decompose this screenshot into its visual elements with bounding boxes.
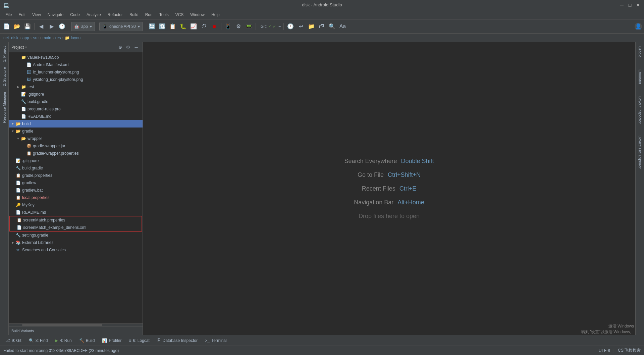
menu-build[interactable]: Build (127, 12, 141, 18)
tree-item-settings-gradle[interactable]: 🔧 settings.gradle (9, 232, 143, 239)
menu-analyze[interactable]: Analyze (84, 12, 104, 18)
settings-panel-button[interactable]: ⚙ (124, 44, 132, 51)
minimize-panel-button[interactable]: ─ (132, 44, 140, 51)
sync-button2[interactable]: 🔃 (158, 22, 167, 31)
tree-item-gradle-wrapper-props[interactable]: 📋 gradle-wrapper.properties (9, 150, 143, 157)
breadcrumb-app[interactable]: app (22, 36, 29, 40)
sidebar-item-resource-manager[interactable]: Resource Manager (1, 89, 7, 126)
bottom-tab-find[interactable]: 🔍 3: Find (25, 336, 51, 345)
new-file-button[interactable]: 📄 (2, 22, 11, 31)
back-button[interactable]: ◀ (37, 22, 46, 31)
git-push-icon[interactable]: ✓ (273, 24, 276, 29)
sidebar-tab-device-file-explorer[interactable]: Device File Explorer (637, 133, 643, 171)
bottom-tab-logcat[interactable]: ≡ 6: Logcat (125, 336, 153, 345)
sdk-button[interactable]: ⚙ (234, 22, 243, 31)
tree-item-external-libs[interactable]: ▶ 📚 External Libraries (9, 239, 143, 246)
tree-item-gitignore1[interactable]: 📝 .gitignore (9, 91, 143, 98)
stop-button[interactable]: ■ (210, 22, 219, 31)
forward-button[interactable]: ▶ (47, 22, 56, 31)
breadcrumb-layout[interactable]: 📁 layout (65, 36, 82, 40)
tree-item-build-gradle1[interactable]: 🔧 build.gradle (9, 98, 143, 105)
tree-item-gradle-wrapper-jar[interactable]: 📦 gradle-wrapper.jar (9, 142, 143, 150)
tree-item-scratches[interactable]: ✏ Scratches and Consoles (9, 246, 143, 254)
breadcrumb-net-disk[interactable]: net_disk (3, 36, 18, 40)
sync-button[interactable]: 🔄 (147, 22, 157, 31)
breadcrumb-layout-label[interactable]: layout (71, 36, 82, 40)
settings-button[interactable]: 👤 (635, 23, 642, 30)
logcat-btn[interactable]: 📟 (244, 22, 254, 31)
device-dropdown[interactable]: 📱 oneone API 30 ▾ (99, 22, 143, 31)
tree-item-build[interactable]: ▼ 📂 build (9, 120, 143, 128)
tree-item-values-sw[interactable]: 📁 values-sw1365dp (9, 54, 143, 61)
sidebar-tab-gradle[interactable]: Gradle (637, 44, 643, 60)
tasks-button[interactable]: 📋 (168, 22, 177, 31)
menu-help[interactable]: Help (209, 12, 222, 18)
menu-edit[interactable]: Edit (16, 12, 28, 18)
menu-refactor[interactable]: Refactor (105, 12, 125, 18)
git-more-icon[interactable]: ⋯ (277, 24, 281, 29)
debug-button[interactable]: 🐛 (178, 22, 188, 31)
app-dropdown[interactable]: 🤖 app ▾ (71, 22, 95, 31)
open-button[interactable]: 📂 (12, 22, 22, 31)
sidebar-item-project[interactable]: 1: Project (1, 44, 7, 64)
tree-item-gradle-properties[interactable]: 📋 gradle.properties (9, 172, 143, 179)
tree-item-proguard[interactable]: 📄 proguard-rules.pro (9, 105, 143, 113)
menu-window[interactable]: Window (187, 12, 207, 18)
coverage-button[interactable]: 📈 (189, 22, 198, 31)
tree-item-build-gradle2[interactable]: 🔧 build.gradle (9, 164, 143, 172)
tree-item-readme1[interactable]: 📄 README.md (9, 113, 143, 120)
menu-vcs[interactable]: VCS (173, 12, 186, 18)
bottom-tab-run[interactable]: ▶ 4: Run (52, 336, 75, 345)
undo-button[interactable]: ↩ (296, 22, 306, 31)
breadcrumb-src[interactable]: src (33, 36, 39, 40)
git-check-icon[interactable]: ✓ (268, 24, 271, 29)
tree-item-wrapper[interactable]: ▼ 📂 wrapper (9, 135, 143, 142)
locate-file-button[interactable]: ⊕ (116, 44, 124, 51)
maximize-button[interactable]: □ (627, 2, 633, 8)
avd-button[interactable]: 📱 (223, 22, 233, 31)
horizontal-scrollbar[interactable] (9, 323, 143, 326)
build-variants-tab[interactable]: Build Variants (9, 326, 143, 335)
project-window-button[interactable]: 🗗 (317, 22, 326, 31)
menu-navigate[interactable]: Navigate (45, 12, 66, 18)
tree-item-test[interactable]: ▶ 📁 test (9, 83, 143, 91)
search-everywhere-button[interactable]: 🔍 (327, 22, 337, 31)
save-all-button[interactable]: 💾 (23, 22, 32, 31)
minimize-button[interactable]: ─ (619, 2, 625, 8)
translate-button[interactable]: Aa (338, 22, 347, 31)
breadcrumb-main[interactable]: main (43, 36, 51, 40)
bottom-tab-profiler[interactable]: 📊 Profiler (99, 336, 125, 345)
sidebar-tab-layout-inspector[interactable]: Layout Inspector (637, 94, 643, 126)
history-button[interactable]: 🕐 (286, 22, 295, 31)
profile-button[interactable]: ⏱ (199, 22, 209, 31)
bottom-tab-git[interactable]: ⎇ 9: Git (2, 336, 25, 345)
project-panel-header: Project ▾ ⊕ ⚙ ─ (9, 42, 143, 52)
sidebar-tab-emulator[interactable]: Emulator (637, 67, 643, 87)
tree-item-screenmatch-props[interactable]: 📋 screenMatch.properties (10, 216, 142, 224)
tree-item-screenmatch-xml[interactable]: 📄 screenMatch_example_dimens.xml (10, 224, 142, 231)
breadcrumb-res[interactable]: res (55, 36, 61, 40)
sidebar-item-structure[interactable]: 2: Structure (1, 64, 7, 89)
tree-item-gradlew-bat[interactable]: 📄 gradlew.bat (9, 187, 143, 194)
tree-item-readme2[interactable]: 📄 README.md (9, 209, 143, 216)
bottom-tab-terminal[interactable]: >_ Terminal (202, 336, 230, 345)
menu-view[interactable]: View (30, 12, 44, 18)
tree-item-gitignore2[interactable]: 📝 .gitignore (9, 157, 143, 164)
menu-file[interactable]: File (3, 12, 14, 18)
file-tree[interactable]: 📁 values-sw1365dp 📄 AndroidManifest.xml … (9, 52, 143, 323)
close-button[interactable]: ✕ (635, 2, 641, 8)
tree-item-ic-launcher[interactable]: 🖼 ic_launcher-playstore.png (9, 68, 143, 76)
tree-item-mykey[interactable]: 🔑 MyKey (9, 201, 143, 209)
menu-code[interactable]: Code (67, 12, 83, 18)
bottom-tab-db-inspector[interactable]: 🗄 Database Inspector (154, 336, 201, 345)
tree-item-androidmanifest[interactable]: 📄 AndroidManifest.xml (9, 61, 143, 68)
tree-item-yikatong[interactable]: 🖼 yikatong_icon-playstore.png (9, 76, 143, 83)
menu-run[interactable]: Run (143, 12, 155, 18)
find-button[interactable]: 📁 (307, 22, 316, 31)
tree-item-local-properties[interactable]: 📋 local.properties (9, 194, 143, 201)
bottom-tab-build[interactable]: 🔨 Build (76, 336, 98, 345)
recent-files-button[interactable]: 🕐 (57, 22, 67, 31)
tree-item-gradle[interactable]: ▼ 📂 gradle (9, 128, 143, 135)
tree-item-gradlew[interactable]: 📄 gradlew (9, 179, 143, 187)
menu-tools[interactable]: Tools (157, 12, 171, 18)
